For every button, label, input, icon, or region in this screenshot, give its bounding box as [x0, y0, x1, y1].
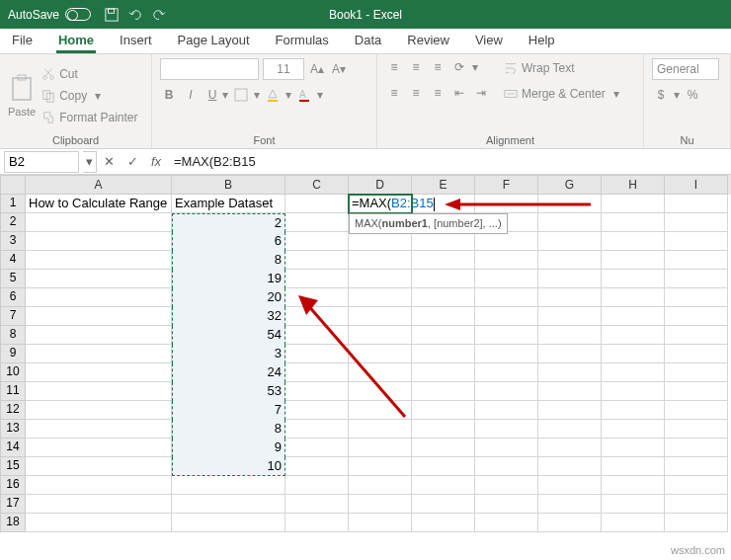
- row-header[interactable]: 8: [0, 326, 26, 345]
- cell-G13[interactable]: [538, 420, 602, 439]
- cell-I6[interactable]: [665, 288, 728, 307]
- cell-G11[interactable]: [538, 382, 602, 401]
- cell-G18[interactable]: [538, 514, 602, 532]
- borders-icon[interactable]: [232, 86, 250, 104]
- align-middle-icon[interactable]: ≡: [407, 58, 425, 76]
- cell-B16[interactable]: [172, 476, 285, 495]
- font-color-icon[interactable]: A: [295, 86, 313, 104]
- worksheet-grid[interactable]: A B C D E F G H I 1How to Calculate Rang…: [0, 175, 731, 532]
- redo-icon[interactable]: [152, 8, 166, 22]
- cell-H7[interactable]: [602, 307, 665, 326]
- cell-E9[interactable]: [412, 345, 475, 363]
- align-center-icon[interactable]: ≡: [407, 84, 425, 102]
- fill-color-icon[interactable]: [264, 86, 282, 104]
- cell-C17[interactable]: [285, 495, 349, 514]
- align-top-icon[interactable]: ≡: [385, 58, 403, 76]
- cell-B2[interactable]: 2: [172, 213, 285, 232]
- cell-E14[interactable]: [412, 439, 475, 457]
- cell-D13[interactable]: [349, 420, 412, 439]
- tab-review[interactable]: Review: [405, 29, 451, 53]
- row-header[interactable]: 18: [0, 514, 26, 532]
- cell-G5[interactable]: [538, 270, 602, 288]
- cell-B4[interactable]: 8: [172, 251, 285, 270]
- cell-A3[interactable]: [26, 232, 172, 251]
- cell-H14[interactable]: [602, 439, 665, 457]
- underline-button[interactable]: U: [203, 86, 221, 104]
- orientation-icon[interactable]: ⟳: [450, 58, 468, 76]
- cell-F15[interactable]: [475, 457, 538, 476]
- save-icon[interactable]: [105, 8, 119, 22]
- cell-B14[interactable]: 9: [172, 439, 285, 457]
- cell-I16[interactable]: [665, 476, 728, 495]
- cell-A2[interactable]: [26, 213, 172, 232]
- cell-H4[interactable]: [602, 251, 665, 270]
- cell-I8[interactable]: [665, 326, 728, 345]
- row-header[interactable]: 11: [0, 382, 26, 401]
- cell-D15[interactable]: [349, 457, 412, 476]
- cell-I12[interactable]: [665, 401, 728, 420]
- cell-G9[interactable]: [538, 345, 602, 363]
- cell-F5[interactable]: [475, 270, 538, 288]
- cell-B6[interactable]: 20: [172, 288, 285, 307]
- cell-E12[interactable]: [412, 401, 475, 420]
- cell-C1[interactable]: [285, 195, 349, 213]
- cell-A1[interactable]: How to Calculate Range: [26, 195, 172, 213]
- cell-E3[interactable]: [412, 232, 475, 251]
- cell-B15[interactable]: 10: [172, 457, 285, 476]
- cell-B1[interactable]: Example Dataset: [172, 195, 285, 213]
- cell-I11[interactable]: [665, 382, 728, 401]
- currency-icon[interactable]: $: [652, 86, 670, 104]
- cell-I3[interactable]: [665, 232, 728, 251]
- cell-F17[interactable]: [475, 495, 538, 514]
- cell-B17[interactable]: [172, 495, 285, 514]
- cell-C13[interactable]: [285, 420, 349, 439]
- col-header[interactable]: G: [538, 175, 602, 195]
- row-header[interactable]: 4: [0, 251, 26, 270]
- cell-B7[interactable]: 32: [172, 307, 285, 326]
- cell-E11[interactable]: [412, 382, 475, 401]
- cell-F10[interactable]: [475, 363, 538, 382]
- row-header[interactable]: 15: [0, 457, 26, 476]
- align-right-icon[interactable]: ≡: [429, 84, 447, 102]
- cell-F16[interactable]: [475, 476, 538, 495]
- row-header[interactable]: 14: [0, 439, 26, 457]
- cell-B11[interactable]: 53: [172, 382, 285, 401]
- cell-F3[interactable]: [475, 232, 538, 251]
- row-header[interactable]: 2: [0, 213, 26, 232]
- cell-A9[interactable]: [26, 345, 172, 363]
- cell-B3[interactable]: 6: [172, 232, 285, 251]
- cell-C18[interactable]: [285, 514, 349, 532]
- wrap-text-button[interactable]: Wrap Text: [504, 58, 619, 78]
- cell-I1[interactable]: [665, 195, 728, 213]
- cell-B13[interactable]: 8: [172, 420, 285, 439]
- cell-D3[interactable]: [349, 232, 412, 251]
- namebox-dropdown[interactable]: ▾: [83, 151, 97, 173]
- cell-B18[interactable]: [172, 514, 285, 532]
- italic-button[interactable]: I: [182, 86, 200, 104]
- cell-I9[interactable]: [665, 345, 728, 363]
- row-header[interactable]: 9: [0, 345, 26, 363]
- cell-A16[interactable]: [26, 476, 172, 495]
- copy-button[interactable]: Copy▾: [41, 86, 137, 106]
- name-box[interactable]: B2: [4, 151, 79, 173]
- cell-A14[interactable]: [26, 439, 172, 457]
- cell-A7[interactable]: [26, 307, 172, 326]
- merge-center-button[interactable]: Merge & Center▾: [504, 84, 619, 104]
- cell-A8[interactable]: [26, 326, 172, 345]
- cell-I7[interactable]: [665, 307, 728, 326]
- tab-view[interactable]: View: [473, 29, 505, 53]
- cell-D5[interactable]: [349, 270, 412, 288]
- cell-G16[interactable]: [538, 476, 602, 495]
- bold-button[interactable]: B: [160, 86, 178, 104]
- cell-I13[interactable]: [665, 420, 728, 439]
- cell-G10[interactable]: [538, 363, 602, 382]
- increase-font-icon[interactable]: A▴: [308, 60, 326, 78]
- decrease-indent-icon[interactable]: ⇤: [450, 84, 468, 102]
- undo-icon[interactable]: [128, 8, 142, 22]
- cell-B10[interactable]: 24: [172, 363, 285, 382]
- enter-formula-icon[interactable]: ✓: [121, 154, 144, 169]
- cell-E16[interactable]: [412, 476, 475, 495]
- row-header[interactable]: 17: [0, 495, 26, 514]
- row-header[interactable]: 3: [0, 232, 26, 251]
- cell-E8[interactable]: [412, 326, 475, 345]
